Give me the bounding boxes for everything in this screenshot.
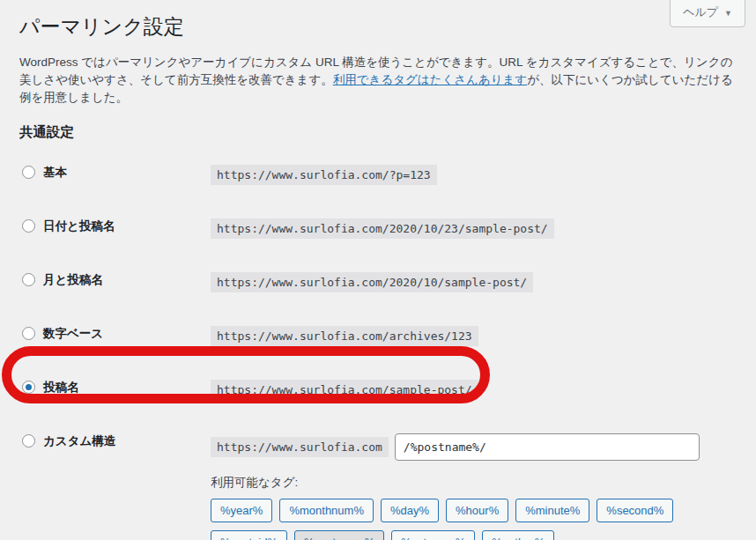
radio-numeric[interactable] [22, 327, 35, 340]
section-heading-common-settings: 共通設定 [19, 124, 738, 140]
custom-structure-line: https://www.surlofia.com [211, 433, 700, 461]
option-row-basic: 基本 https://www.surlofia.com/?p=123 [19, 154, 738, 208]
tag-button-post-id[interactable]: %post_id% [211, 530, 287, 540]
help-button-label: ヘルプ [683, 4, 718, 20]
page-title: パーマリンク設定 [19, 0, 738, 40]
radio-custom-structure[interactable] [22, 434, 35, 448]
option-label-month-postname[interactable]: 月と投稿名 [43, 272, 211, 288]
option-row-numeric: 数字ベース https://www.surlofia.com/archives/… [19, 315, 738, 369]
option-example-url-date-postname: https://www.surlofia.com/2020/10/23/samp… [211, 218, 554, 239]
option-example-url-numeric: https://www.surlofia.com/archives/123 [211, 326, 478, 346]
chevron-down-icon: ▼ [724, 8, 732, 18]
tag-button-day[interactable]: %day% [381, 499, 439, 522]
option-label-date-postname[interactable]: 日付と投稿名 [43, 218, 211, 234]
option-row-custom-structure: カスタム構造 https://www.surlofia.com 利用可能なタグ:… [19, 423, 738, 540]
permalink-settings-page: ヘルプ ▼ パーマリンク設定 WordPress ではパーマリンクやアーカイブに… [0, 0, 756, 540]
tag-button-hour[interactable]: %hour% [446, 499, 508, 522]
tag-button-postname[interactable]: %postname% [294, 530, 384, 540]
option-row-date-postname: 日付と投稿名 https://www.surlofia.com/2020/10/… [19, 208, 738, 262]
tag-button-monthnum[interactable]: %monthnum% [279, 499, 374, 522]
intro-text: WordPress ではパーマリンクやアーカイブにカスタム URL 構造を使うこ… [19, 54, 738, 107]
tag-button-year[interactable]: %year% [211, 499, 272, 522]
available-tags-link[interactable]: 利用できるタグはたくさんあります [333, 73, 527, 86]
radio-postname[interactable] [22, 381, 35, 394]
radio-basic[interactable] [22, 166, 35, 179]
available-tags-label: 利用可能なタグ: [211, 475, 700, 491]
tag-button-category[interactable]: %category% [391, 530, 475, 540]
radio-date-postname[interactable] [22, 219, 35, 233]
tag-buttons-row-2: %post_id% %postname% %category% %author% [211, 530, 700, 540]
tag-button-minute[interactable]: %minute% [515, 499, 589, 522]
option-example-url-month-postname: https://www.surlofia.com/2020/10/sample-… [211, 272, 533, 292]
radio-month-postname[interactable] [22, 273, 35, 286]
option-label-postname[interactable]: 投稿名 [43, 380, 211, 396]
option-label-custom-structure[interactable]: カスタム構造 [43, 433, 211, 449]
help-button[interactable]: ヘルプ ▼ [670, 0, 745, 27]
tag-button-author[interactable]: %author% [482, 530, 554, 540]
custom-structure-url-prefix: https://www.surlofia.com [211, 437, 389, 457]
option-row-month-postname: 月と投稿名 https://www.surlofia.com/2020/10/s… [19, 262, 738, 315]
option-label-numeric[interactable]: 数字ベース [43, 326, 211, 342]
option-row-postname: 投稿名 https://www.surlofia.com/sample-post… [19, 369, 738, 423]
tag-button-second[interactable]: %second% [597, 499, 673, 522]
permalink-structure-options: 基本 https://www.surlofia.com/?p=123 日付と投稿… [19, 154, 738, 540]
option-label-basic[interactable]: 基本 [43, 165, 211, 181]
custom-structure-cell: https://www.surlofia.com 利用可能なタグ: %year%… [211, 433, 700, 540]
tag-buttons-row-1: %year% %monthnum% %day% %hour% %minute% … [211, 499, 700, 522]
option-example-url-basic: https://www.surlofia.com/?p=123 [211, 165, 437, 185]
custom-structure-input[interactable] [395, 433, 700, 461]
option-example-url-postname: https://www.surlofia.com/sample-post/ [211, 380, 478, 400]
